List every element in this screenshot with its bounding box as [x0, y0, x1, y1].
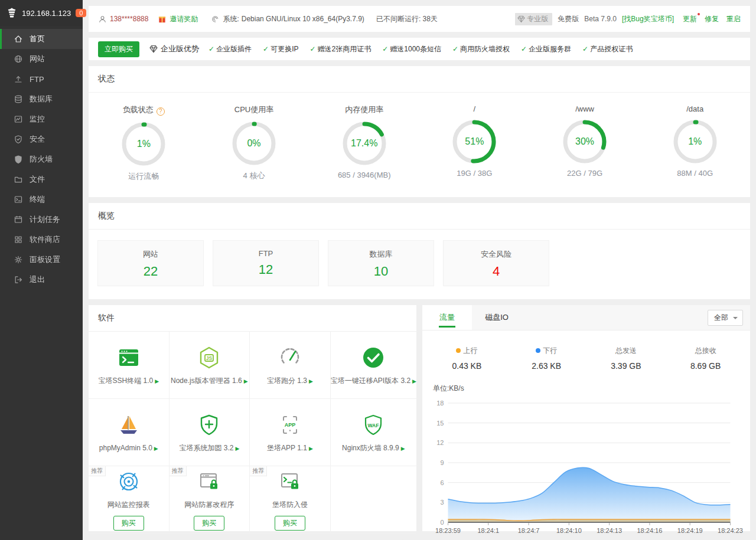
gauge-subtext: 88M / 40G [640, 169, 750, 178]
status-panel: 状态 负载状态?1%运行流畅CPU使用率0%4 核心内存使用率17.4%685 … [89, 66, 750, 197]
software-item-name: 网站监控报表 [107, 500, 150, 510]
enterprise-advantage-label: 企业版优势 [161, 44, 199, 54]
buy-now-button[interactable]: 立即购买 [98, 41, 139, 57]
sidebar-item-sites[interactable]: 网站 [0, 49, 83, 69]
shield-check-icon [14, 135, 23, 144]
traffic-stat-up: 上行0.43 KB [427, 346, 507, 371]
svg-text:18:24:1: 18:24:1 [477, 527, 499, 534]
gauge-cpu: CPU使用率0%4 核心 [199, 104, 309, 182]
software-item-bt-app[interactable]: APP堡塔APP 1.1▶ [250, 399, 331, 466]
server-ip[interactable]: 192.168.1.123 [22, 9, 71, 18]
svg-text:WAF: WAF [368, 422, 379, 428]
bug-bounty-link[interactable]: [找Bug奖宝塔币] [622, 14, 674, 24]
sidebar-item-security[interactable]: 安全 [0, 129, 83, 149]
gauge-subtext: 22G / 79G [530, 169, 640, 178]
enterprise-feature-2: ✓赠送2张商用证书 [309, 44, 371, 54]
software-item-tamper-proof[interactable]: 推荐网站防篡改程序购买 [170, 466, 250, 534]
software-item-benchmark[interactable]: 宝塔跑分 1.3▶ [250, 332, 331, 399]
message-count-badge[interactable]: 0 [76, 9, 86, 17]
chart-unit-label: 单位:KB/s [433, 384, 750, 394]
enterprise-feature-3: ✓赠送1000条短信 [382, 44, 441, 54]
sidebar-item-label: 终端 [30, 194, 45, 205]
repair-link[interactable]: 修复 [705, 14, 719, 24]
overview-card-value: 4 [444, 264, 549, 279]
software-item-name: Node.js版本管理器 1.6▶ [171, 376, 248, 386]
overview-card-label: 安全风险 [444, 249, 549, 260]
software-item-system-hardening[interactable]: 宝塔系统加固 3.2▶ [170, 399, 250, 466]
software-item-migration-api[interactable]: 宝塔一键迁移API版本 3.2▶ [331, 332, 416, 399]
svg-text:15: 15 [436, 420, 444, 427]
update-link[interactable]: 更新 [683, 14, 697, 24]
overview-card-database[interactable]: 数据库10 [328, 240, 434, 286]
bound-phone[interactable]: 138****8888 [110, 15, 148, 23]
software-item-nginx-waf[interactable]: WAFNginx防火墙 8.9.9▶ [331, 399, 416, 466]
radar-icon [117, 469, 141, 495]
sidebar-item-terminal[interactable]: 终端 [0, 189, 83, 210]
overview-panel-title: 概览 [89, 203, 750, 230]
gauge-disk-data: /data1%88M / 40G [640, 104, 750, 182]
enterprise-feature-5: ✓企业版服务群 [521, 44, 571, 54]
sidebar-item-ftp[interactable]: FTP [0, 69, 83, 89]
sidebar-item-home[interactable]: 首页 [0, 29, 83, 49]
overview-card-security-risk[interactable]: 安全风险4 [443, 240, 549, 286]
play-icon: ▶ [401, 446, 405, 451]
svg-text:0: 0 [440, 519, 444, 526]
sidebar-item-database[interactable]: 数据库 [0, 89, 83, 109]
sidebar-item-label: 数据库 [30, 94, 53, 104]
sidebar-item-monitor[interactable]: 监控 [0, 109, 83, 129]
recommend-tag: 推荐 [89, 466, 106, 476]
overview-cards: 网站22FTP12数据库10安全风险4 [89, 230, 750, 299]
help-icon[interactable]: ? [157, 107, 165, 116]
play-icon: ▶ [309, 378, 313, 384]
overview-card-sites[interactable]: 网站22 [97, 240, 204, 286]
buy-button[interactable]: 购买 [194, 516, 224, 531]
uptime-text: 已不间断运行: 38天 [376, 14, 438, 24]
gauge-value: 0% [230, 120, 278, 167]
system-info: 系统:Debian GNU/Linux 10 x86_64(Py3.7.9) [223, 14, 364, 24]
software-item-name: 宝塔跑分 1.3▶ [267, 376, 313, 386]
invite-reward-link[interactable]: 邀请奖励 [170, 14, 198, 24]
software-item-phpmyadmin[interactable]: phpMyAdmin 5.0▶ [89, 399, 170, 466]
gauge-ring: 51% [451, 118, 498, 165]
topbar: 138****8888 邀请奖励 系统:Debian GNU/Linux 10 … [89, 6, 750, 32]
software-item-ssh-terminal[interactable]: 宝塔SSH终端 1.0▶ [89, 332, 170, 399]
svg-text:18:24:16: 18:24:16 [637, 527, 663, 534]
main-content: 138****8888 邀请奖励 系统:Debian GNU/Linux 10 … [83, 0, 756, 540]
tab-traffic[interactable]: 流量 [422, 305, 472, 330]
sidebar-item-logout[interactable]: 退出 [0, 270, 83, 290]
gem-icon [517, 15, 526, 24]
pro-version-badge[interactable]: 专业版 [515, 13, 552, 25]
interface-filter-select[interactable]: 全部 [708, 310, 743, 326]
software-item-name: 宝塔系统加固 3.2▶ [179, 443, 239, 453]
software-item-intrusion-prevention[interactable]: 推荐堡塔防入侵购买 [250, 466, 331, 534]
sidebar-item-files[interactable]: 文件 [0, 169, 83, 189]
sidebar-item-cron[interactable]: 计划任务 [0, 210, 83, 230]
sidebar-item-firewall[interactable]: 防火墙 [0, 149, 83, 169]
gauge-label: 负载状态? [89, 104, 199, 116]
overview-card-ftp[interactable]: FTP12 [213, 240, 319, 286]
sailboat-icon [117, 413, 141, 438]
sidebar-item-label: 首页 [30, 34, 45, 44]
free-version-label: 免费版 [558, 14, 579, 24]
enterprise-feature-1: ✓可更换IP [263, 44, 298, 54]
shield-filled-icon [14, 155, 23, 164]
software-item-site-monitor-report[interactable]: 推荐网站监控报表购买 [89, 466, 170, 534]
restart-link[interactable]: 重启 [726, 14, 741, 24]
shield-plus-icon [197, 412, 221, 438]
software-item-name: 网站防篡改程序 [184, 500, 234, 510]
software-item-nodejs-manager[interactable]: JSNode.js版本管理器 1.6▶ [170, 332, 250, 399]
sidebar-item-appstore[interactable]: 软件商店 [0, 230, 83, 250]
gauge-load: 负载状态?1%运行流畅 [89, 104, 199, 182]
legend-dot-icon [536, 348, 540, 353]
sidebar-item-label: 防火墙 [30, 154, 53, 165]
tab-disk-io[interactable]: 磁盘IO [472, 305, 522, 330]
software-item-name: 堡塔防入侵 [272, 500, 308, 510]
recommend-tag: 推荐 [170, 466, 187, 476]
buy-button[interactable]: 购买 [113, 516, 144, 531]
sidebar-item-settings[interactable]: 面板设置 [0, 250, 83, 270]
sidebar-menu: 首页网站FTP数据库监控安全防火墙文件终端计划任务软件商店面板设置退出 [0, 29, 83, 290]
database-icon [14, 94, 23, 104]
calendar-icon [14, 215, 23, 224]
buy-button[interactable]: 购买 [275, 516, 305, 531]
software-panel: 软件 宝塔SSH终端 1.0▶JSNode.js版本管理器 1.6▶宝塔跑分 1… [89, 305, 416, 531]
